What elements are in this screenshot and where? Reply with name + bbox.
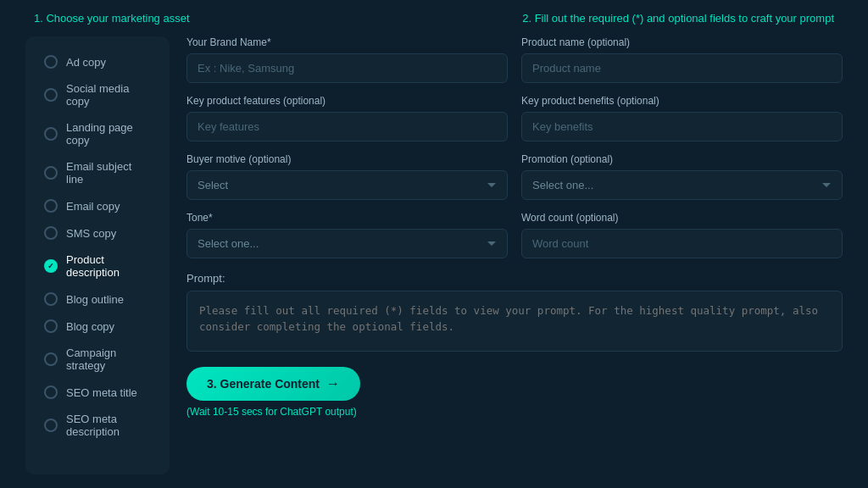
promotion-label: Promotion (optional) (521, 153, 843, 165)
radio-ad-copy (44, 55, 58, 69)
sidebar-item-sms-copy[interactable]: SMS copy (37, 221, 158, 245)
radio-landing-page-copy (44, 127, 58, 141)
radio-campaign-strategy (44, 352, 58, 366)
form-row-2: Key product features (optional) Key prod… (186, 95, 843, 141)
key-features-input[interactable] (186, 112, 508, 141)
generate-content-button[interactable]: 3. Generate Content → (186, 367, 360, 401)
radio-seo-meta-description (44, 419, 58, 432)
step1-label: 1. Choose your marketing asset (34, 12, 190, 25)
sidebar-item-ad-copy[interactable]: Ad copy (37, 50, 158, 74)
promotion-group: Promotion (optional) Select one... Disco… (521, 153, 843, 200)
step2-label: 2. Fill out the required (*) and optiona… (522, 12, 834, 25)
tone-select[interactable]: Select one... Professional Casual Friend… (186, 229, 508, 258)
sidebar-item-blog-copy[interactable]: Blog copy (37, 314, 158, 338)
sidebar-label-email-subject-line: Email subject line (66, 160, 151, 186)
sidebar-label-seo-meta-description: SEO meta description (66, 413, 151, 438)
word-count-group: Word count (optional) (521, 212, 843, 258)
arrow-icon: → (326, 376, 340, 391)
key-features-group: Key product features (optional) (186, 95, 508, 141)
wait-text: (Wait 10-15 secs for ChatGPT output) (186, 406, 357, 418)
radio-social-media-copy (44, 88, 58, 102)
sidebar-label-product-description: Product description (66, 253, 151, 279)
asset-sidebar: Ad copy Social media copy Landing page c… (25, 36, 170, 474)
form-row-3: Buyer motive (optional) Select Emotional… (186, 153, 843, 200)
word-count-label: Word count (optional) (521, 212, 843, 224)
sidebar-label-sms-copy: SMS copy (66, 227, 116, 240)
sidebar-item-seo-meta-description[interactable]: SEO meta description (37, 408, 158, 443)
sidebar-item-email-subject-line[interactable]: Email subject line (37, 155, 158, 191)
prompt-label: Prompt: (186, 272, 225, 285)
promotion-select[interactable]: Select one... Discount Free shipping Bun… (521, 170, 843, 200)
buyer-motive-group: Buyer motive (optional) Select Emotional… (186, 153, 508, 200)
check-product-description: ✓ (44, 259, 58, 273)
sidebar-label-seo-meta-title: SEO meta title (66, 386, 137, 399)
tone-label: Tone* (186, 212, 508, 224)
buyer-motive-label: Buyer motive (optional) (186, 153, 508, 165)
brand-name-label: Your Brand Name* (186, 36, 508, 48)
buyer-motive-select[interactable]: Select Emotional Rational Social (186, 170, 508, 200)
sidebar-label-landing-page-copy: Landing page copy (66, 121, 151, 147)
radio-sms-copy (44, 226, 58, 240)
product-name-label: Product name (optional) (521, 36, 843, 48)
key-features-label: Key product features (optional) (186, 95, 508, 107)
sidebar-label-ad-copy: Ad copy (66, 56, 106, 69)
prompt-group: Prompt: (186, 270, 843, 355)
prompt-textarea[interactable] (186, 291, 843, 352)
radio-email-copy (44, 199, 58, 213)
product-name-input[interactable] (521, 53, 843, 83)
key-benefits-group: Key product benefits (optional) (521, 95, 843, 141)
key-benefits-input[interactable] (521, 112, 843, 141)
form-row-4: Tone* Select one... Professional Casual … (186, 212, 843, 258)
key-benefits-label: Key product benefits (optional) (521, 95, 843, 107)
radio-seo-meta-title (44, 385, 58, 399)
sidebar-item-campaign-strategy[interactable]: Campaign strategy (37, 341, 158, 377)
tone-group: Tone* Select one... Professional Casual … (186, 212, 508, 258)
sidebar-label-email-copy: Email copy (66, 200, 120, 213)
radio-blog-copy (44, 319, 58, 333)
bottom-actions: 3. Generate Content → (Wait 10-15 secs f… (186, 367, 843, 418)
sidebar-item-seo-meta-title[interactable]: SEO meta title (37, 380, 158, 404)
sidebar-item-email-copy[interactable]: Email copy (37, 194, 158, 218)
sidebar-item-product-description[interactable]: ✓ Product description (37, 248, 158, 284)
sidebar-label-blog-outline: Blog outline (66, 293, 124, 306)
word-count-input[interactable] (521, 229, 843, 258)
form-row-1: Your Brand Name* Product name (optional) (186, 36, 843, 83)
radio-blog-outline (44, 292, 58, 306)
sidebar-item-landing-page-copy[interactable]: Landing page copy (37, 116, 158, 152)
sidebar-label-social-media-copy: Social media copy (66, 82, 151, 108)
brand-name-group: Your Brand Name* (186, 36, 508, 83)
sidebar-label-blog-copy: Blog copy (66, 320, 114, 333)
radio-email-subject-line (44, 166, 58, 180)
brand-name-input[interactable] (186, 53, 508, 83)
product-name-group: Product name (optional) (521, 36, 843, 83)
sidebar-item-social-media-copy[interactable]: Social media copy (37, 77, 158, 113)
form-area: Your Brand Name* Product name (optional)… (186, 36, 843, 474)
sidebar-item-blog-outline[interactable]: Blog outline (37, 287, 158, 311)
sidebar-label-campaign-strategy: Campaign strategy (66, 347, 151, 372)
generate-button-label: 3. Generate Content (207, 377, 320, 391)
